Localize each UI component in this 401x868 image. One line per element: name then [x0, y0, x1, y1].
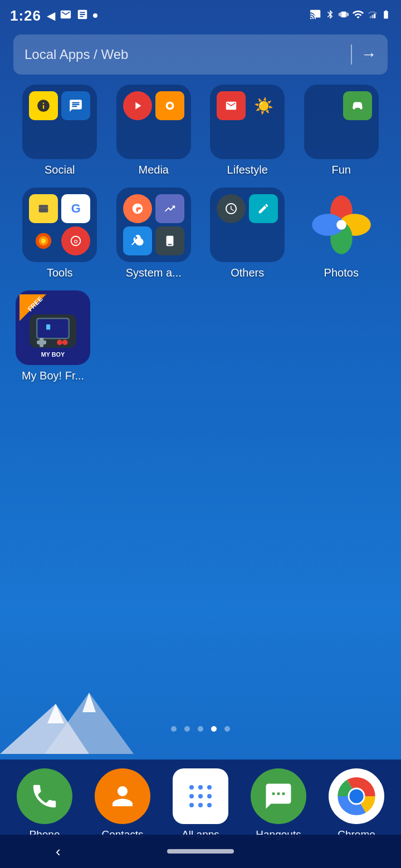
svg-point-17 [336, 220, 346, 230]
nav-home-pill[interactable] [167, 849, 234, 854]
social-icon-4 [61, 124, 90, 152]
app-folder-tools[interactable]: G O Tools [16, 188, 104, 279]
svg-rect-2 [370, 16, 371, 18]
page-indicators [171, 726, 230, 732]
others-icon-1 [217, 194, 246, 223]
app-folder-others[interactable]: Others [203, 188, 292, 279]
others-label: Others [231, 267, 264, 279]
svg-point-4 [168, 103, 172, 107]
media-icon-1 [123, 91, 152, 120]
page-dot-5[interactable] [224, 726, 230, 732]
svg-rect-22 [37, 319, 68, 338]
lifestyle-icon-2: ☀️ [249, 91, 278, 120]
media-icon-4 [155, 124, 184, 152]
system-icon-wrapper [116, 188, 191, 262]
svg-point-38 [207, 794, 212, 798]
page-dot-4-active[interactable] [211, 726, 217, 732]
svg-rect-0 [374, 13, 375, 18]
app-folder-social[interactable]: Social [16, 85, 104, 176]
social-label: Social [45, 164, 75, 176]
photos-svg [311, 194, 372, 255]
svg-point-33 [189, 785, 194, 790]
system-icon-1 [123, 194, 152, 223]
lifestyle-folder-grid: ☀️ [210, 85, 285, 159]
system-icon-2 [155, 194, 184, 223]
others-icon-3 [217, 226, 246, 255]
svg-rect-27 [40, 338, 43, 347]
tools-icon-wrapper: G O [22, 188, 97, 262]
photo-icon [76, 8, 89, 23]
dot-indicator [93, 13, 97, 18]
social-folder-grid [22, 85, 97, 159]
svg-point-39 [189, 803, 194, 807]
nav-back-button[interactable]: ‹ [56, 843, 61, 860]
svg-rect-1 [372, 14, 374, 18]
search-divider [351, 45, 352, 65]
svg-point-8 [41, 239, 46, 244]
page-dot-1[interactable] [171, 726, 177, 732]
social-icon-wrapper [22, 85, 97, 159]
svg-point-40 [198, 803, 203, 807]
dock-item-allapps[interactable]: All apps [173, 768, 228, 841]
lifestyle-icon-3 [217, 124, 246, 152]
others-icon-wrapper [210, 188, 285, 262]
myboy-label: My Boy! Fr... [22, 369, 84, 382]
app-myboy[interactable]: FREE MY BOY My Boy! Fr... [16, 290, 90, 382]
lifestyle-icon-wrapper: ☀️ [210, 85, 285, 159]
status-left: 1:26 ◀ [10, 7, 97, 24]
search-text: Local Apps / Web [25, 47, 342, 62]
media-folder-grid [116, 85, 191, 159]
myboy-icon-wrapper: FREE MY BOY [16, 290, 90, 365]
search-arrow-icon[interactable]: → [361, 46, 376, 63]
media-icon-wrapper [116, 85, 191, 159]
lifestyle-icon-4 [249, 124, 278, 152]
allapps-icon [173, 768, 228, 824]
fun-folder-grid [304, 85, 379, 159]
search-bar[interactable]: Local Apps / Web → [13, 34, 388, 75]
svg-point-35 [207, 785, 212, 790]
status-bar: 1:26 ◀ [0, 0, 401, 29]
app-folder-lifestyle[interactable]: ☀️ Lifestyle [203, 85, 292, 176]
tools-icon-3 [29, 226, 58, 255]
dock-item-phone[interactable]: Phone [17, 768, 72, 841]
chrome-svg [337, 777, 376, 816]
social-icon-2 [61, 91, 90, 120]
page-dot-2[interactable] [184, 726, 190, 732]
dock-items: Phone Contacts [6, 768, 395, 841]
back-arrow-icon: ◀ [47, 9, 55, 22]
svg-rect-23 [46, 324, 50, 330]
myboy-svg: FREE MY BOY [19, 294, 86, 361]
bluetooth-icon [325, 8, 335, 23]
dock-item-hangouts[interactable]: Hangouts [251, 768, 306, 841]
signal-icon [368, 8, 378, 23]
dock-item-contacts[interactable]: Contacts [95, 768, 150, 841]
fun-icon-1 [311, 91, 340, 120]
nav-bar: ‹ [0, 835, 401, 868]
app-folder-fun[interactable]: Fun [297, 85, 386, 176]
social-icon-3 [29, 124, 58, 152]
contacts-icon [95, 768, 150, 824]
page-dot-3[interactable] [198, 726, 203, 732]
lifestyle-icon-1 [217, 91, 246, 120]
app-folder-media[interactable]: Media [110, 85, 198, 176]
system-icon-4 [155, 226, 184, 255]
status-time: 1:26 [10, 7, 41, 24]
mountain-svg [0, 682, 145, 754]
app-photos[interactable]: Photos [297, 188, 386, 279]
photos-label: Photos [324, 267, 359, 279]
tools-icon-2: G [61, 194, 90, 223]
system-icon-3 [123, 226, 152, 255]
system-folder-grid [116, 188, 191, 262]
phone-icon [17, 768, 72, 824]
mountain-illustration [0, 682, 134, 748]
dock-item-chrome[interactable]: Chrome [329, 768, 384, 841]
chrome-icon [329, 768, 384, 824]
svg-point-36 [189, 794, 194, 798]
status-icons-right [310, 8, 391, 23]
tools-icon-1 [29, 194, 58, 223]
app-folder-system[interactable]: System a... [110, 188, 198, 279]
svg-point-25 [57, 340, 62, 346]
cast-icon [310, 8, 322, 23]
gmail-icon [60, 8, 72, 23]
tools-label: Tools [47, 267, 73, 279]
